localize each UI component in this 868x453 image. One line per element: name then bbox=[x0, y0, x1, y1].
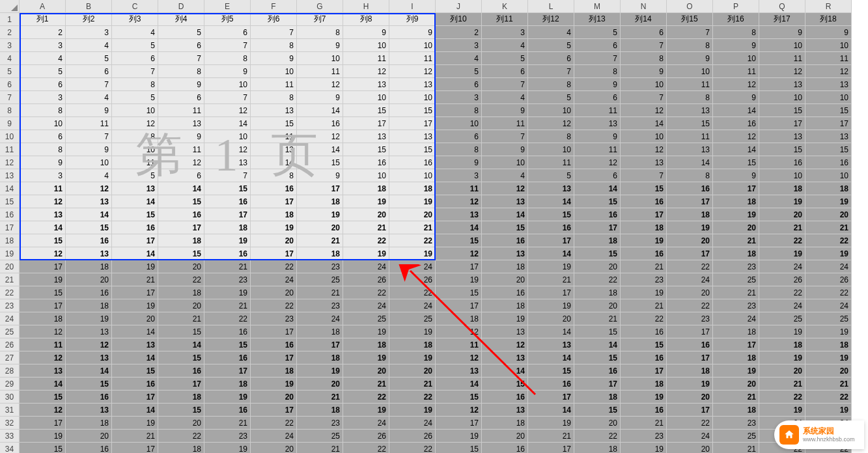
cell[interactable]: 13 bbox=[251, 143, 297, 156]
cell[interactable]: 19 bbox=[805, 351, 852, 364]
cell[interactable]: 13 bbox=[759, 78, 805, 91]
cell[interactable]: 13 bbox=[667, 143, 713, 156]
cell[interactable]: 10 bbox=[528, 143, 574, 156]
cell[interactable]: 10 bbox=[343, 91, 389, 104]
column-header[interactable]: L bbox=[528, 0, 574, 13]
cell[interactable]: 21 bbox=[621, 299, 667, 312]
cell[interactable]: 25 bbox=[759, 312, 805, 325]
cell[interactable]: 19 bbox=[66, 312, 112, 325]
cell[interactable]: 18 bbox=[621, 221, 667, 234]
cell[interactable]: 14 bbox=[528, 351, 574, 364]
cell[interactable]: 7 bbox=[112, 65, 158, 78]
cell[interactable]: 8 bbox=[528, 78, 574, 91]
cell[interactable]: 12 bbox=[20, 195, 66, 208]
cell[interactable]: 4 bbox=[20, 52, 66, 65]
cell[interactable]: 19 bbox=[389, 247, 436, 260]
row-header[interactable]: 24 bbox=[0, 312, 20, 325]
column-header[interactable]: J bbox=[436, 0, 482, 13]
row-header[interactable]: 27 bbox=[0, 351, 20, 364]
cell[interactable]: 23 bbox=[204, 430, 251, 443]
cell[interactable]: 11 bbox=[112, 156, 158, 169]
cell[interactable]: 9 bbox=[389, 26, 436, 39]
cell[interactable]: 列4 bbox=[158, 13, 204, 26]
cell[interactable]: 25 bbox=[713, 273, 759, 286]
cell[interactable]: 9 bbox=[297, 169, 343, 182]
cell[interactable]: 17 bbox=[528, 286, 574, 299]
cell[interactable]: 18 bbox=[713, 351, 759, 364]
cell[interactable]: 15 bbox=[528, 364, 574, 378]
cell[interactable]: 22 bbox=[343, 391, 389, 404]
cell[interactable]: 23 bbox=[621, 273, 667, 286]
cell[interactable]: 16 bbox=[528, 378, 574, 391]
column-header[interactable]: D bbox=[158, 0, 204, 13]
cell[interactable]: 19 bbox=[343, 404, 389, 417]
cell[interactable]: 11 bbox=[297, 65, 343, 78]
cell[interactable]: 11 bbox=[66, 117, 112, 130]
cell[interactable]: 14 bbox=[66, 364, 112, 378]
row-header[interactable]: 25 bbox=[0, 325, 20, 338]
cell[interactable]: 11 bbox=[20, 182, 66, 195]
cell[interactable]: 17 bbox=[713, 338, 759, 351]
cell[interactable]: 12 bbox=[759, 65, 805, 78]
cell[interactable]: 22 bbox=[759, 234, 805, 247]
cell[interactable]: 13 bbox=[482, 404, 528, 417]
cell[interactable]: 7 bbox=[204, 169, 251, 182]
cell[interactable]: 19 bbox=[805, 247, 852, 260]
cell[interactable]: 14 bbox=[482, 364, 528, 378]
cell[interactable]: 3 bbox=[436, 39, 482, 52]
cell[interactable]: 14 bbox=[297, 143, 343, 156]
cell[interactable]: 12 bbox=[436, 351, 482, 364]
cell[interactable]: 18 bbox=[713, 404, 759, 417]
cell[interactable]: 2 bbox=[20, 26, 66, 39]
row-header[interactable]: 5 bbox=[0, 65, 20, 78]
cell[interactable]: 15 bbox=[482, 378, 528, 391]
cell[interactable]: 19 bbox=[436, 273, 482, 286]
cell[interactable]: 7 bbox=[482, 78, 528, 91]
cell[interactable]: 9 bbox=[713, 91, 759, 104]
cell[interactable]: 11 bbox=[436, 338, 482, 351]
cell[interactable]: 21 bbox=[389, 378, 436, 391]
cell[interactable]: 8 bbox=[251, 39, 297, 52]
cell[interactable]: 19 bbox=[112, 299, 158, 312]
cell[interactable]: 7 bbox=[528, 65, 574, 78]
cell[interactable]: 12 bbox=[436, 247, 482, 260]
cell[interactable]: 17 bbox=[667, 404, 713, 417]
cell[interactable]: 25 bbox=[343, 312, 389, 325]
row-header[interactable]: 9 bbox=[0, 117, 20, 130]
row-header[interactable]: 34 bbox=[0, 443, 20, 453]
cell[interactable]: 12 bbox=[805, 65, 852, 78]
cell[interactable]: 17 bbox=[112, 391, 158, 404]
cell[interactable]: 10 bbox=[389, 91, 436, 104]
cell[interactable]: 23 bbox=[713, 417, 759, 430]
cell[interactable]: 7 bbox=[204, 39, 251, 52]
cell[interactable]: 19 bbox=[621, 391, 667, 404]
cell[interactable]: 14 bbox=[158, 338, 204, 351]
cell[interactable]: 12 bbox=[389, 65, 436, 78]
cell[interactable]: 23 bbox=[713, 260, 759, 273]
cell[interactable]: 18 bbox=[574, 443, 621, 453]
cell[interactable]: 15 bbox=[621, 338, 667, 351]
cell[interactable]: 8 bbox=[436, 104, 482, 117]
cell[interactable]: 14 bbox=[204, 117, 251, 130]
cell[interactable]: 14 bbox=[112, 247, 158, 260]
row-header[interactable]: 32 bbox=[0, 417, 20, 430]
cell[interactable]: 11 bbox=[251, 78, 297, 91]
cell[interactable]: 14 bbox=[574, 182, 621, 195]
cell[interactable]: 26 bbox=[389, 430, 436, 443]
cell[interactable]: 3 bbox=[20, 39, 66, 52]
cell[interactable]: 22 bbox=[251, 260, 297, 273]
cell[interactable]: 列1 bbox=[20, 13, 66, 26]
cell[interactable]: 22 bbox=[805, 391, 852, 404]
cell[interactable]: 5 bbox=[158, 26, 204, 39]
cell[interactable]: 22 bbox=[759, 391, 805, 404]
cell[interactable]: 15 bbox=[805, 104, 852, 117]
cell[interactable]: 25 bbox=[805, 312, 852, 325]
cell[interactable]: 21 bbox=[158, 312, 204, 325]
cell[interactable]: 15 bbox=[158, 247, 204, 260]
cell[interactable]: 25 bbox=[713, 430, 759, 443]
cell[interactable]: 22 bbox=[389, 286, 436, 299]
cell[interactable]: 16 bbox=[621, 247, 667, 260]
cell[interactable]: 9 bbox=[574, 130, 621, 143]
cell[interactable]: 16 bbox=[805, 156, 852, 169]
cell[interactable]: 20 bbox=[574, 260, 621, 273]
